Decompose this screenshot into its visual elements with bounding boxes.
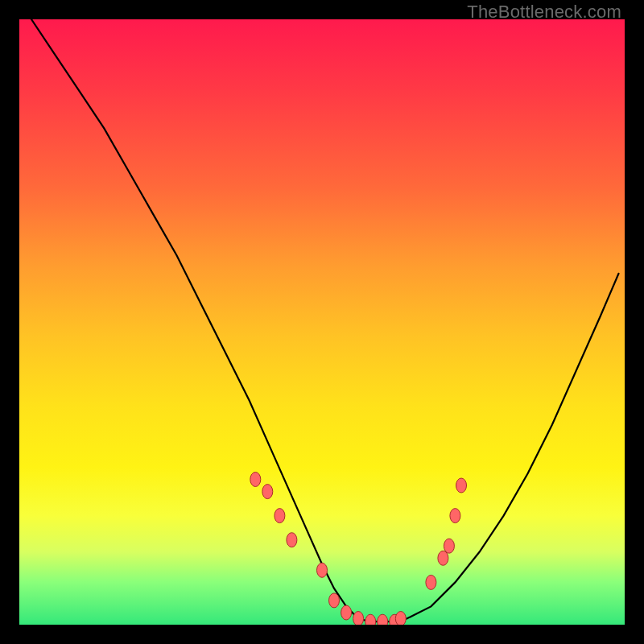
plot-area — [19, 19, 625, 625]
data-point — [450, 509, 460, 523]
data-point — [329, 593, 340, 608]
data-point — [353, 612, 364, 625]
data-point — [317, 563, 328, 577]
data-point — [365, 614, 376, 625]
data-point — [378, 614, 388, 625]
data-point — [262, 485, 273, 499]
watermark-label: TheBottleneck.com — [467, 2, 621, 23]
data-point — [341, 605, 352, 620]
bottleneck-curve — [31, 19, 619, 621]
data-point — [395, 612, 406, 625]
chart-frame: TheBottleneck.com — [0, 0, 644, 644]
data-point — [275, 509, 285, 523]
data-point — [456, 478, 467, 493]
data-point — [444, 539, 454, 553]
curve-layer — [19, 19, 625, 625]
data-point — [426, 575, 436, 589]
data-points — [250, 473, 467, 625]
data-point — [250, 473, 261, 487]
data-point — [287, 533, 297, 547]
data-point — [438, 551, 448, 565]
